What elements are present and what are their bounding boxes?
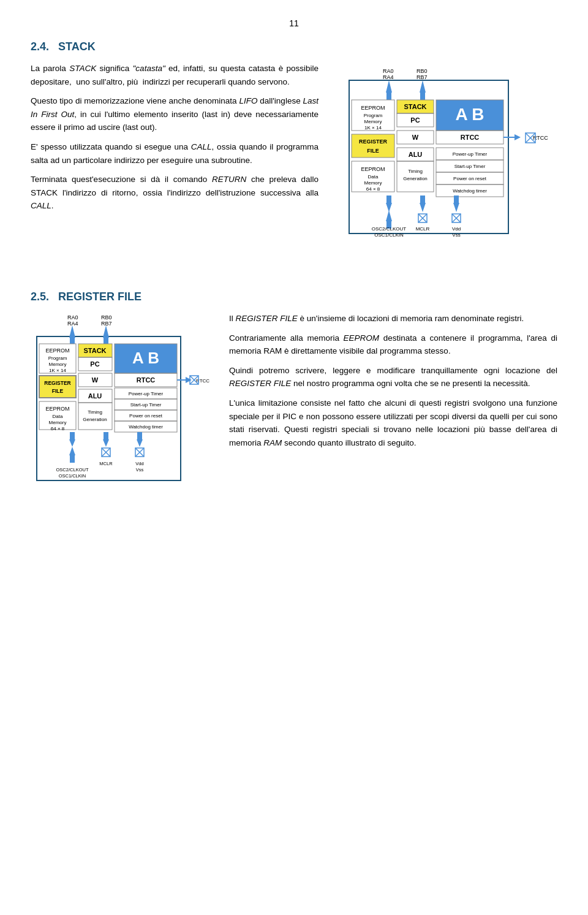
svg-text:MCLR: MCLR <box>416 226 430 232</box>
svg-text:Memory: Memory <box>49 420 67 425</box>
svg-text:RB0: RB0 <box>101 314 112 321</box>
svg-text:Timing: Timing <box>408 169 423 174</box>
pic-architecture-diagram: RA0 RA4 RB0 RB7 EEPROM Program Memory 1K… <box>331 62 557 272</box>
svg-rect-92 <box>39 376 76 398</box>
section-25-diagram-svg: RA0 RA4 RB0 RB7 EEPROM Program Memory 1K… <box>31 312 211 545</box>
svg-marker-125 <box>103 439 109 447</box>
page-number: 11 <box>31 18 557 28</box>
svg-text:MCLR: MCLR <box>99 461 113 466</box>
svg-text:OSC2/CLKOUT: OSC2/CLKOUT <box>372 226 407 232</box>
svg-marker-55 <box>386 210 392 221</box>
section-25-para-1: Il REGISTER FILE è un'insieme di locazio… <box>229 312 557 325</box>
svg-marker-121 <box>69 439 75 447</box>
section-25-content: RA0 RA4 RB0 RB7 EEPROM Program Memory 1K… <box>31 312 557 547</box>
svg-marker-29 <box>514 134 521 140</box>
section-25-para-4: L'unica limitazione consiste nel fatto c… <box>229 397 557 449</box>
svg-rect-113 <box>78 403 112 430</box>
svg-text:Start-up Timer: Start-up Timer <box>454 164 486 169</box>
svg-text:EEPROM: EEPROM <box>361 105 385 111</box>
para-3: E' spesso utilizzata quando si esegue un… <box>31 140 318 167</box>
svg-text:64 × 8: 64 × 8 <box>366 186 380 192</box>
svg-marker-78 <box>103 325 109 338</box>
svg-text:Memory: Memory <box>364 180 382 186</box>
pic-diagram-svg: RA0 RA4 RB0 RB7 EEPROM Program Memory 1K… <box>331 62 551 270</box>
svg-text:Program: Program <box>364 113 383 118</box>
svg-text:Vss: Vss <box>452 232 460 238</box>
svg-rect-79 <box>104 338 108 344</box>
svg-text:Vss: Vss <box>136 467 144 473</box>
svg-rect-6 <box>386 93 391 100</box>
svg-text:OSC1/CLKIN: OSC1/CLKIN <box>374 232 404 238</box>
svg-text:EEPROM: EEPROM <box>45 406 69 412</box>
svg-text:Data: Data <box>53 414 63 419</box>
svg-text:Power-up Timer: Power-up Timer <box>453 151 488 157</box>
svg-text:Generation: Generation <box>403 176 428 181</box>
svg-text:ALU: ALU <box>88 392 102 400</box>
svg-rect-120 <box>70 432 75 439</box>
svg-text:OSC2/CLKOUT: OSC2/CLKOUT <box>56 467 89 473</box>
svg-text:W: W <box>412 134 419 141</box>
svg-text:Memory: Memory <box>364 119 382 124</box>
svg-text:Program: Program <box>48 355 67 361</box>
svg-text:Start-up Timer: Start-up Timer <box>130 402 162 408</box>
svg-text:Watchdog timer: Watchdog timer <box>453 188 487 194</box>
svg-text:Data: Data <box>368 174 379 180</box>
svg-rect-77 <box>70 338 75 344</box>
svg-text:A  B: A B <box>455 105 484 124</box>
svg-text:A  B: A B <box>132 349 159 367</box>
section-24-number: 2.4. <box>31 40 49 53</box>
svg-rect-53 <box>454 196 459 203</box>
svg-text:RB7: RB7 <box>101 321 112 327</box>
svg-text:Power-up Timer: Power-up Timer <box>129 391 164 397</box>
svg-marker-100 <box>186 377 192 383</box>
svg-text:FILE: FILE <box>367 148 379 154</box>
svg-marker-5 <box>386 80 392 93</box>
svg-marker-54 <box>453 203 459 212</box>
svg-text:Power on reset: Power on reset <box>129 413 163 419</box>
section-25-diagram: RA0 RA4 RB0 RB7 EEPROM Program Memory 1K… <box>31 312 214 547</box>
svg-text:Power on reset: Power on reset <box>453 176 487 181</box>
svg-rect-124 <box>104 432 108 439</box>
svg-marker-52 <box>420 203 426 212</box>
svg-rect-8 <box>420 93 425 100</box>
section-24: 2.4. STACK La parola STACK significa "ca… <box>31 40 557 272</box>
svg-rect-123 <box>70 455 75 463</box>
svg-text:RA4: RA4 <box>67 321 78 327</box>
svg-text:STACK: STACK <box>404 103 426 110</box>
svg-text:RA0: RA0 <box>67 314 78 321</box>
svg-text:FILE: FILE <box>52 388 64 394</box>
svg-text:1K × 14: 1K × 14 <box>49 368 66 373</box>
section-25: 2.5. REGISTER FILE RA0 RA4 RB0 RB7 <box>31 290 557 547</box>
svg-text:REGISTER: REGISTER <box>359 139 388 145</box>
svg-rect-49 <box>386 196 391 203</box>
section-24-title: 2.4. STACK <box>31 40 557 53</box>
svg-text:Vdd: Vdd <box>452 226 461 232</box>
para-2: Questo tipo di memorizzazione viene anch… <box>31 94 318 134</box>
svg-text:ALU: ALU <box>409 151 423 158</box>
svg-text:REGISTER: REGISTER <box>44 380 70 386</box>
svg-text:RTCC: RTCC <box>137 376 156 384</box>
svg-text:Timing: Timing <box>88 409 102 415</box>
svg-marker-127 <box>137 439 143 447</box>
section-25-heading: REGISTER FILE <box>58 290 141 303</box>
svg-marker-7 <box>420 80 426 93</box>
svg-marker-76 <box>69 325 75 338</box>
section-25-para-3: Quindi potremo scrivere, leggere e modif… <box>229 364 557 390</box>
section-24-content: La parola STACK significa "catasta" ed, … <box>31 62 557 272</box>
svg-text:Generation: Generation <box>83 417 107 422</box>
svg-text:RB7: RB7 <box>417 74 428 80</box>
svg-text:OSC1/CLKIN: OSC1/CLKIN <box>59 473 86 479</box>
svg-text:Watchdog timer: Watchdog timer <box>129 424 163 430</box>
section-24-text: La parola STACK significa "catasta" ed, … <box>31 62 318 272</box>
svg-text:1K × 14: 1K × 14 <box>364 125 382 131</box>
svg-text:RA4: RA4 <box>383 74 394 80</box>
section-24-heading: STACK <box>58 40 96 53</box>
svg-text:EEPROM: EEPROM <box>361 166 385 172</box>
section-25-title: 2.5. REGISTER FILE <box>31 290 557 303</box>
svg-text:EEPROM: EEPROM <box>45 347 69 354</box>
svg-text:RB0: RB0 <box>417 68 428 74</box>
svg-marker-122 <box>69 447 75 455</box>
svg-text:PC: PC <box>90 360 99 368</box>
svg-text:Memory: Memory <box>49 362 67 367</box>
svg-text:RA0: RA0 <box>383 68 394 74</box>
